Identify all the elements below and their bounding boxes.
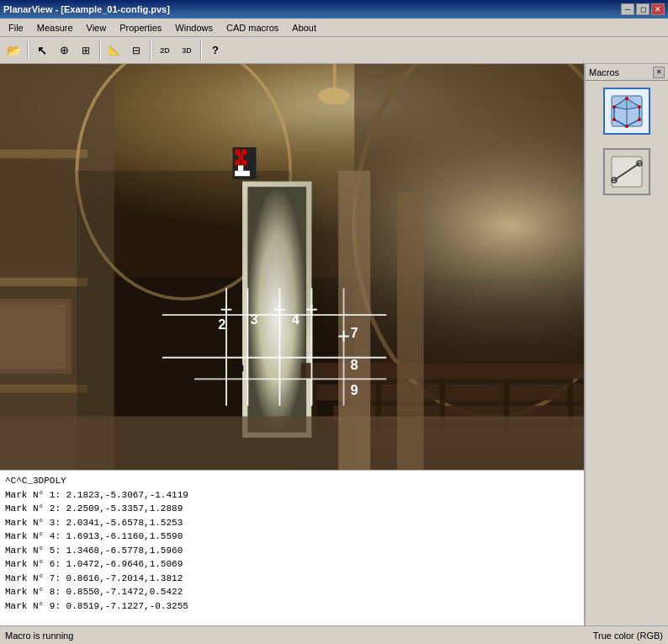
scene-background: 2 3 4 7 8 9 (0, 64, 584, 470)
status-right: True color (RGB) (593, 631, 663, 641)
info-line-5: Mark N° 5: 1.3468,-6.5778,1.5960 (5, 544, 579, 558)
svg-rect-28 (397, 192, 424, 470)
2d-button[interactable]: 2D (155, 40, 175, 61)
info-panel: ^C^C_3DPOLY Mark N° 1: 2.1823,-5.3067,-1… (0, 470, 584, 625)
info-line-9: Mark N° 9: 0.8519,-7.1227,-0.3255 (5, 599, 579, 614)
svg-rect-53 (238, 155, 243, 160)
info-line-2: Mark N° 2: 2.2509,-5.3357,1.2889 (5, 502, 579, 516)
menu-file[interactable]: File (2, 19, 30, 36)
sep2 (99, 41, 101, 60)
info-line-0: ^C^C_3DPOLY (5, 474, 579, 488)
menu-about[interactable]: About (285, 19, 323, 36)
info-line-7: Mark N° 7: 0.8616,-7.2014,1.3812 (5, 572, 579, 586)
zoom-button[interactable]: ⊕ (54, 40, 74, 61)
macro-poly-button[interactable] (603, 88, 650, 135)
title-bar: PlanarView - [Example_01-config.pvs] ─ ◻… (0, 0, 668, 19)
menu-windows[interactable]: Windows (168, 19, 220, 36)
minimize-btn[interactable]: ─ (621, 3, 634, 15)
open-icon: 📂 (7, 44, 21, 57)
svg-text:7: 7 (351, 325, 358, 340)
grid-button[interactable]: ⊟ (126, 40, 146, 61)
macro-measure-icon (610, 155, 644, 189)
svg-text:2: 2 (218, 317, 225, 332)
status-left: Macro is running (5, 631, 73, 641)
svg-text:9: 9 (351, 382, 358, 397)
3d-button[interactable]: 3D (177, 40, 197, 61)
menu-measure[interactable]: Measure (30, 19, 80, 36)
svg-rect-55 (241, 160, 247, 165)
restore-btn[interactable]: ◻ (636, 3, 649, 15)
sep3 (150, 41, 151, 60)
menu-view[interactable]: View (80, 19, 114, 36)
svg-rect-51 (235, 149, 240, 154)
macros-title: Macros (589, 67, 619, 77)
svg-rect-56 (238, 166, 243, 171)
macros-close-btn[interactable]: ✕ (653, 67, 665, 78)
svg-rect-52 (241, 149, 247, 154)
title-text: PlanarView - [Example_01-config.pvs] (3, 4, 170, 14)
svg-point-75 (625, 125, 628, 128)
info-line-1: Mark N° 1: 2.1823,-5.3067,-1.4119 (5, 488, 579, 503)
svg-point-72 (625, 97, 628, 100)
measure-button[interactable]: 📐 (104, 40, 125, 61)
svg-point-73 (638, 105, 641, 109)
cursor-button[interactable]: ↖ (32, 40, 52, 61)
macros-panel: Macros ✕ (584, 64, 668, 625)
svg-point-30 (318, 88, 350, 104)
macros-controls[interactable]: ✕ (653, 67, 665, 78)
menu-cad-macros[interactable]: CAD macros (220, 19, 285, 36)
info-line-4: Mark N° 4: 1.6913,-6.1160,1.5590 (5, 530, 579, 544)
image-area[interactable]: 2 3 4 7 8 9 (0, 64, 584, 470)
left-panel: 2 3 4 7 8 9 ^C^C_3DPOLY Mark N° 1: 2.182… (0, 64, 584, 625)
svg-point-74 (612, 105, 616, 109)
svg-rect-64 (235, 365, 243, 372)
open-button[interactable]: 📂 (3, 40, 24, 61)
help-button[interactable]: ? (205, 40, 225, 61)
info-line-3: Mark N° 3: 2.0341,-5.6578,1.5253 (5, 516, 579, 530)
svg-rect-57 (235, 171, 250, 176)
status-bar: Macro is running True color (RGB) (0, 625, 668, 644)
svg-point-76 (638, 118, 641, 121)
title-controls[interactable]: ─ ◻ ✕ (621, 3, 665, 15)
fit-icon: ⊞ (82, 45, 90, 56)
svg-rect-54 (235, 160, 240, 165)
info-line-8: Mark N° 8: 0.8550,-7.1472,0.5422 (5, 585, 579, 599)
toolbar: 📂 ↖ ⊕ ⊞ 📐 ⊟ 2D 3D ? (0, 37, 668, 64)
close-btn[interactable]: ✕ (651, 3, 665, 15)
svg-point-77 (612, 118, 616, 121)
help-icon: ? (212, 44, 219, 56)
info-line-6: Mark N° 6: 1.0472,-6.9646,1.5069 (5, 557, 579, 572)
menu-properties[interactable]: Properties (113, 19, 168, 36)
zoom-icon: ⊕ (60, 44, 69, 56)
svg-text:4: 4 (292, 311, 300, 327)
fit-button[interactable]: ⊞ (76, 40, 96, 61)
macro-measure-button[interactable] (603, 148, 650, 195)
measure-icon: 📐 (109, 45, 120, 56)
macro-poly-icon (610, 94, 644, 128)
scene-svg: 2 3 4 7 8 9 (0, 64, 584, 470)
sep4 (200, 41, 202, 60)
sep1 (27, 41, 29, 60)
main-area: 2 3 4 7 8 9 ^C^C_3DPOLY Mark N° 1: 2.182… (0, 64, 668, 625)
svg-text:3: 3 (250, 311, 257, 327)
macros-header: Macros ✕ (586, 64, 668, 81)
svg-rect-26 (0, 417, 584, 470)
menu-bar: File Measure View Properties Windows CAD… (0, 19, 668, 37)
grid-icon: ⊟ (132, 45, 140, 56)
cursor-icon: ↖ (37, 44, 47, 57)
svg-text:8: 8 (351, 357, 358, 372)
